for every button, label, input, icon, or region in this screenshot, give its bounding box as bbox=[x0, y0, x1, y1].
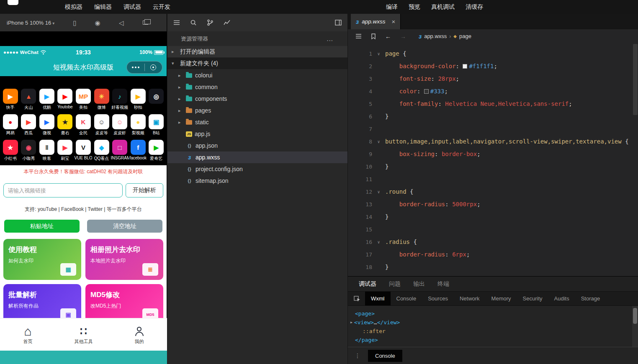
tree-item-row[interactable]: {}app.json bbox=[167, 140, 347, 151]
app-icon-cell[interactable]: MP美拍 bbox=[74, 89, 93, 110]
devtools-tab-memory[interactable]: Memory bbox=[486, 292, 517, 305]
app-icon-cell[interactable]: ▶刷宝 bbox=[56, 140, 75, 161]
app-icon-cell[interactable]: ▶秒拍 bbox=[129, 89, 147, 110]
code-line[interactable]: 2 background-color: #f1f1f1; bbox=[348, 60, 638, 72]
tree-section-row[interactable]: ▾新建文件夹 (4) bbox=[167, 58, 347, 69]
mute-icon[interactable]: ◁ bbox=[119, 20, 124, 26]
tree-item-row[interactable]: ▸common bbox=[167, 81, 347, 93]
code-line[interactable]: 14} bbox=[348, 210, 638, 223]
code-line[interactable]: 1∨page { bbox=[348, 47, 638, 60]
app-icon-cell[interactable]: ffacebook bbox=[129, 140, 147, 161]
stats-icon[interactable] bbox=[224, 20, 230, 26]
tree-item-row[interactable]: ▸colorui bbox=[167, 69, 347, 81]
exit-button[interactable] bbox=[145, 64, 162, 70]
expand-arrow-icon[interactable]: ▶ bbox=[350, 320, 352, 324]
app-icon-cell[interactable]: K全民 bbox=[74, 114, 93, 136]
code-line[interactable]: 16∨.radius { bbox=[348, 236, 638, 248]
detach-window-icon[interactable] bbox=[143, 21, 148, 25]
dom-scrollbar-thumb[interactable] bbox=[633, 308, 637, 324]
chevron-icon[interactable]: ▾ bbox=[172, 61, 178, 66]
close-tab-icon[interactable]: × bbox=[391, 18, 395, 25]
app-icon-cell[interactable]: ▣B站 bbox=[147, 114, 165, 136]
menu-item[interactable]: 编译 bbox=[386, 3, 398, 11]
app-icon-cell[interactable]: ▶爱奇艺 bbox=[147, 140, 165, 161]
editor-scrollbar[interactable] bbox=[633, 44, 638, 115]
fold-icon[interactable]: ∨ bbox=[372, 51, 385, 56]
app-icon-cell[interactable]: ☺皮皮虾 bbox=[111, 114, 129, 136]
app-icon-cell[interactable]: VVUE BLOG bbox=[74, 140, 93, 161]
chevron-icon[interactable]: ▸ bbox=[178, 108, 185, 113]
code-line[interactable]: 19 bbox=[348, 273, 638, 276]
chevron-icon[interactable]: ▸ bbox=[178, 73, 185, 78]
app-icon-cell[interactable]: ▲火山 bbox=[20, 89, 38, 110]
more-actions-button[interactable]: ... bbox=[327, 35, 333, 42]
code-line[interactable]: 8∨button,image,input,label,navigator,scr… bbox=[348, 135, 638, 148]
code-line[interactable]: 11 bbox=[348, 173, 638, 185]
menu-item[interactable]: 真机调试 bbox=[431, 3, 455, 11]
tabbar-item-profile[interactable]: 我的 bbox=[111, 318, 167, 351]
fold-icon[interactable]: ∨ bbox=[372, 190, 385, 194]
clear-button[interactable]: 清空地址 bbox=[87, 220, 162, 233]
app-icon-cell[interactable]: ★小红书 bbox=[1, 140, 20, 161]
tree-item-row[interactable]: ɜapp.wxss bbox=[167, 151, 347, 163]
record-icon[interactable]: ◉ bbox=[95, 20, 100, 26]
app-icon-cell[interactable]: ▶Youtobe bbox=[56, 89, 75, 110]
dom-line[interactable]: <page> bbox=[348, 309, 638, 318]
devtools-tab-sources[interactable]: Sources bbox=[422, 292, 454, 305]
breadcrumb-file[interactable]: app.wxss bbox=[424, 33, 447, 39]
devtools-tab-console[interactable]: Console bbox=[391, 292, 422, 305]
outline-icon[interactable] bbox=[355, 33, 362, 39]
bookmark-icon[interactable] bbox=[371, 33, 376, 39]
tabbar-item-tools[interactable]: ∷其他工具 bbox=[56, 318, 111, 351]
devtools-tab-audits[interactable]: Audits bbox=[548, 292, 575, 305]
dom-scrollbar[interactable] bbox=[632, 306, 638, 347]
device-selector[interactable]: iPhone 5 100% 16 bbox=[7, 20, 54, 26]
app-icon-cell[interactable]: ◎ bbox=[147, 89, 165, 110]
code-line[interactable]: 9 box-sizing: border-box; bbox=[348, 148, 638, 160]
editor-tab-app-wxss[interactable]: ɜ app.wxss × bbox=[351, 14, 401, 29]
tree-item-row[interactable]: ▸components bbox=[167, 93, 347, 105]
app-icon-cell[interactable]: ◉小咖秀 bbox=[20, 140, 38, 161]
dom-line[interactable]: ::after bbox=[348, 327, 638, 336]
app-icon-cell[interactable]: ☺皮皮等 bbox=[93, 114, 111, 136]
menu-item[interactable]: 模拟器 bbox=[65, 3, 82, 11]
code-line[interactable]: 4 color: #333; bbox=[348, 85, 638, 97]
devtools-tab-network[interactable]: Network bbox=[454, 292, 486, 305]
console-drawer-tab[interactable]: Console bbox=[368, 350, 402, 362]
navigate-forward-icon[interactable]: → bbox=[400, 33, 406, 40]
code-editor[interactable]: 1∨page {2 background-color: #f1f1f1;3 fo… bbox=[348, 43, 638, 276]
tree-item-row[interactable]: ▸static bbox=[167, 116, 347, 128]
tree-item-row[interactable]: {}project.config.json bbox=[167, 163, 347, 175]
menu-item[interactable]: 调试器 bbox=[123, 3, 141, 11]
menu-item[interactable]: 编辑器 bbox=[94, 3, 112, 11]
chevron-icon[interactable]: ▸ bbox=[178, 120, 185, 125]
code-line[interactable]: 15 bbox=[348, 223, 638, 236]
debugger-tab[interactable]: 问题 bbox=[389, 280, 401, 288]
app-icon-cell[interactable]: ▶西瓜 bbox=[20, 114, 38, 136]
dom-line[interactable]: </page> bbox=[348, 336, 638, 344]
navigate-back-icon[interactable]: ← bbox=[385, 33, 391, 40]
drawer-menu-icon[interactable]: ⋮ bbox=[355, 352, 360, 359]
code-line[interactable]: 3 font-size: 28rpx; bbox=[348, 72, 638, 85]
devtools-tab-storage[interactable]: Storage bbox=[575, 292, 606, 305]
app-icon-cell[interactable]: ☀微博 bbox=[93, 89, 111, 110]
debugger-tab[interactable]: 终端 bbox=[437, 280, 449, 288]
code-line[interactable]: 6} bbox=[348, 110, 638, 123]
app-icon-cell[interactable]: ●梨视频 bbox=[129, 114, 147, 136]
app-icon-cell[interactable]: ◆QQ看点 bbox=[93, 140, 111, 161]
parse-button[interactable]: 开始解析 bbox=[126, 183, 163, 197]
feature-card[interactable]: 使用教程如何去水印▦ bbox=[3, 239, 81, 280]
more-button[interactable] bbox=[127, 67, 144, 68]
code-line[interactable]: 5 font-family: Helvetica Neue,Helvetica,… bbox=[348, 97, 638, 110]
app-icon-cell[interactable]: ‖映客 bbox=[38, 140, 56, 161]
app-icon-cell[interactable]: ♪好看视频 bbox=[111, 89, 129, 110]
dom-line[interactable]: ▶<view>…</view> bbox=[348, 318, 638, 327]
fold-icon[interactable]: ∨ bbox=[372, 240, 385, 244]
paste-button[interactable]: 粘贴地址 bbox=[4, 220, 80, 233]
code-line[interactable]: 12∨.round { bbox=[348, 185, 638, 198]
code-line[interactable]: 17 border-radius: 6rpx; bbox=[348, 248, 638, 261]
tree-item-row[interactable]: ▸pages bbox=[167, 105, 347, 116]
git-branch-icon[interactable] bbox=[207, 19, 214, 26]
debugger-tab[interactable]: 调试器 bbox=[359, 280, 376, 288]
tree-section-row[interactable]: ▸打开的编辑器 bbox=[167, 46, 347, 58]
